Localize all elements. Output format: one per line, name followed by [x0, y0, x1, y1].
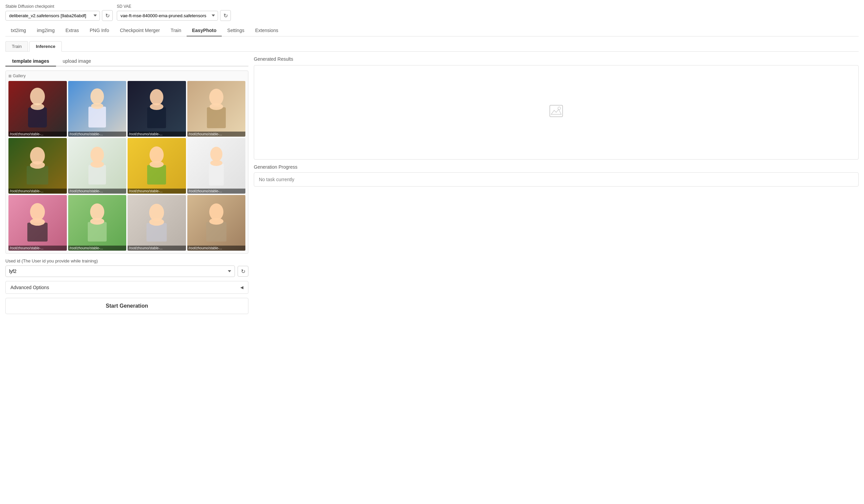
svg-rect-7 [147, 107, 166, 128]
user-id-select[interactable]: lyf2 [5, 266, 235, 277]
advanced-options-toggle[interactable]: Advanced Options ◀ [5, 281, 248, 294]
gallery-grid-icon: ⊞ [9, 74, 11, 78]
tab-pnginfo[interactable]: PNG Info [84, 25, 115, 36]
svg-point-15 [91, 147, 104, 163]
gallery-image-1 [9, 81, 67, 137]
svg-rect-4 [88, 107, 106, 127]
progress-box: No task currently [254, 172, 859, 186]
vae-label: SD VAE [117, 4, 231, 9]
tab-checkpoint-merger[interactable]: Checkpoint Merger [115, 25, 165, 36]
svg-rect-16 [88, 165, 106, 185]
checkpoint-select[interactable]: deliberate_v2.safetensors [9aba26abdf] [5, 11, 100, 21]
gallery-item[interactable]: /root/zhoumo/stable-... [68, 195, 127, 251]
no-task-text: No task currently [259, 177, 294, 182]
user-id-refresh-btn[interactable]: ↻ [238, 266, 248, 276]
top-bar: Stable Diffusion checkpoint deliberate_v… [5, 4, 859, 21]
svg-point-0 [30, 88, 45, 105]
tab-img2img[interactable]: img2img [32, 25, 60, 36]
gallery-path-10: /root/zhoumo/stable-... [68, 246, 127, 251]
checkpoint-refresh-btn[interactable]: ↻ [102, 10, 113, 21]
svg-point-32 [149, 218, 164, 226]
gallery-item[interactable]: /root/zhoumo/stable-... [187, 195, 246, 251]
gallery-path-5: /root/zhoumo/stable-... [9, 188, 67, 194]
tab-extensions[interactable]: Extensions [250, 25, 284, 36]
svg-point-35 [209, 218, 224, 225]
generation-progress-label: Generation Progress [254, 164, 859, 170]
tab-txt2img[interactable]: txt2img [5, 25, 32, 36]
gallery-image-12 [187, 195, 246, 251]
svg-point-21 [210, 147, 223, 162]
svg-rect-36 [550, 105, 563, 117]
gallery-header: ⊞ Gallery [9, 74, 245, 78]
sub-tab-inference[interactable]: Inference [29, 41, 62, 52]
svg-point-6 [150, 89, 163, 105]
gallery-label: Gallery [13, 74, 26, 78]
gallery-grid: /root/zhoumo/stable-... /root/zhoumo/sta… [9, 81, 245, 251]
generated-image-area [254, 65, 859, 160]
gallery-image-3 [128, 81, 186, 137]
tab-settings[interactable]: Settings [222, 25, 250, 36]
svg-point-27 [90, 204, 104, 220]
gallery-item[interactable]: /root/zhoumo/stable-... [68, 138, 127, 194]
gallery-item[interactable]: /root/zhoumo/stable-... [9, 138, 67, 194]
gallery-path-3: /root/zhoumo/stable-... [128, 132, 186, 137]
svg-rect-10 [207, 107, 226, 128]
svg-rect-28 [88, 222, 107, 242]
tab-extras[interactable]: Extras [60, 25, 84, 36]
svg-point-33 [209, 204, 224, 220]
gallery-image-4 [187, 81, 246, 137]
image-tab-template[interactable]: template images [5, 56, 56, 66]
image-tabs: template images upload image [5, 56, 248, 66]
gallery-path-7: /root/zhoumo/stable-... [128, 188, 186, 194]
gallery-image-11 [128, 195, 186, 251]
gallery-image-2 [68, 81, 127, 137]
vae-select[interactable]: vae-ft-mse-840000-ema-pruned.safetensors [117, 11, 218, 21]
gallery-item[interactable]: /root/zhoumo/stable-... [9, 81, 67, 137]
advanced-options-label: Advanced Options [11, 285, 49, 290]
svg-point-23 [210, 160, 223, 166]
tab-train[interactable]: Train [165, 25, 187, 36]
svg-rect-22 [209, 164, 224, 186]
checkpoint-label: Stable Diffusion checkpoint [5, 4, 113, 9]
image-placeholder-icon [550, 105, 563, 120]
svg-point-17 [91, 161, 104, 168]
vae-wrap: vae-ft-mse-840000-ema-pruned.safetensors… [117, 10, 231, 21]
main-layout: template images upload image ⊞ Gallery [5, 56, 859, 314]
svg-point-14 [30, 161, 45, 169]
svg-point-18 [149, 146, 164, 163]
gallery-image-6 [68, 138, 127, 194]
sub-tab-train[interactable]: Train [5, 41, 28, 51]
vae-group: SD VAE vae-ft-mse-840000-ema-pruned.safe… [117, 4, 231, 21]
gallery-item[interactable]: /root/zhoumo/stable-... [128, 81, 186, 137]
gallery-path-4: /root/zhoumo/stable-... [187, 132, 246, 137]
svg-rect-31 [146, 223, 167, 242]
svg-rect-13 [27, 166, 48, 185]
right-panel: Generated Results Generation Progress No… [254, 56, 859, 314]
svg-point-11 [209, 103, 223, 110]
gallery-item[interactable]: /root/zhoumo/stable-... [187, 138, 246, 194]
user-id-label: Used id (The User id you provide while t… [5, 258, 248, 263]
svg-point-24 [30, 203, 45, 221]
gallery-item[interactable]: /root/zhoumo/stable-... [128, 195, 186, 251]
gallery-image-5 [9, 138, 67, 194]
gallery-path-8: /root/zhoumo/stable-... [187, 188, 246, 194]
gallery-item[interactable]: /root/zhoumo/stable-... [9, 195, 67, 251]
start-generation-button[interactable]: Start Generation [5, 298, 248, 314]
tab-easyphoto[interactable]: EasyPhoto [187, 25, 222, 36]
gallery-item[interactable]: /root/zhoumo/stable-... [68, 81, 127, 137]
svg-point-37 [558, 107, 561, 110]
svg-point-5 [91, 103, 103, 109]
gallery-item[interactable]: /root/zhoumo/stable-... [187, 81, 246, 137]
checkpoint-wrap: deliberate_v2.safetensors [9aba26abdf] ↻ [5, 10, 113, 21]
gallery-image-10 [68, 195, 127, 251]
svg-point-8 [150, 103, 163, 110]
generated-results-label: Generated Results [254, 56, 859, 62]
vae-refresh-btn[interactable]: ↻ [220, 10, 231, 21]
gallery-item[interactable]: /root/zhoumo/stable-... [128, 138, 186, 194]
image-tab-upload[interactable]: upload image [56, 56, 98, 66]
gallery-path-11: /root/zhoumo/stable-... [128, 246, 186, 251]
svg-point-26 [30, 218, 45, 226]
left-panel: template images upload image ⊞ Gallery [5, 56, 248, 314]
gallery-image-7 [128, 138, 186, 194]
svg-rect-34 [206, 222, 227, 242]
